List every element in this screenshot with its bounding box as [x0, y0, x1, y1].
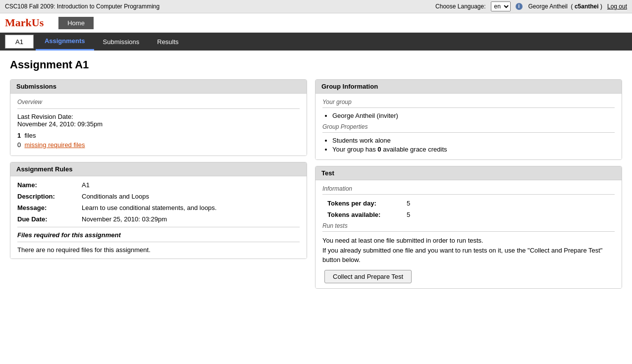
last-revision-date: November 24, 2010: 09:35pm [17, 120, 103, 128]
files-count-row: 1 files [17, 132, 300, 139]
files-required-text: There are no required files for this ass… [17, 246, 300, 254]
message-value: Learn to use conditional statements, and… [82, 204, 300, 211]
your-group-label: Your group [322, 99, 615, 105]
logout-link[interactable]: Log out [607, 3, 627, 10]
group-member-list: George Antheil (inviter) [322, 112, 615, 119]
language-select[interactable]: en fr [491, 1, 511, 11]
missing-count: 0 [17, 141, 21, 149]
name-value: A1 [82, 181, 300, 189]
files-required-divider [17, 227, 300, 227]
logo-m: M [5, 16, 15, 29]
name-label: Name: [17, 181, 82, 189]
tab-submissions[interactable]: Submissions [94, 33, 149, 51]
last-revision-label: Last Revision Date: [17, 113, 73, 120]
nav-bar: A1 Assignments Submissions Results [0, 33, 632, 51]
list-item: Your group has 0 available grace credits [332, 146, 615, 153]
grace-credits-count: 0 [377, 146, 381, 153]
files-required-header: Files required for this assignment [17, 231, 300, 239]
info-icon: i [516, 3, 523, 10]
group-information-panel: Group Information Your group George Anth… [315, 79, 622, 160]
name-row: Name: A1 [17, 181, 300, 189]
last-revision-row: Last Revision Date: November 24, 2010: 0… [17, 113, 300, 128]
left-column: Submissions Overview Last Revision Date:… [10, 79, 307, 259]
files-label: files [24, 132, 36, 139]
test-panel-body: Information Tokens per day: 5 Tokens ava… [316, 180, 622, 288]
member-name: George Antheil (inviter) [332, 112, 398, 119]
description-value: Conditionals and Loops [82, 193, 300, 200]
header: MarkUs Home [0, 13, 632, 33]
assignment-rules-header: Assignment Rules [10, 162, 307, 176]
assignment-label: A1 [5, 35, 34, 49]
top-bar-right: Choose Language: en fr i George Antheil … [435, 1, 627, 11]
list-item: Students work alone [332, 137, 615, 144]
home-button[interactable]: Home [58, 17, 94, 29]
files-count: 1 [17, 132, 21, 139]
tab-results[interactable]: Results [148, 33, 187, 51]
overview-label: Overview [17, 99, 300, 105]
files-required-divider2 [17, 242, 300, 242]
logo: MarkUs [5, 16, 44, 29]
group-information-body: Your group George Antheil (inviter) Grou… [316, 94, 622, 159]
overview-divider [17, 108, 300, 109]
tokens-available-value: 5 [407, 211, 410, 218]
tokens-available-row: Tokens available: 5 [322, 211, 615, 218]
your-group-divider [322, 107, 615, 108]
message-row: Message: Learn to use conditional statem… [17, 204, 300, 211]
missing-row: 0 missing required files [17, 141, 300, 149]
main-layout: Submissions Overview Last Revision Date:… [10, 79, 622, 289]
right-column: Group Information Your group George Anth… [315, 79, 622, 289]
group-information-header: Group Information [316, 80, 622, 94]
message-label: Message: [17, 204, 82, 211]
information-label: Information [322, 185, 615, 192]
tokens-per-day-row: Tokens per day: 5 [322, 200, 615, 207]
test-panel-header: Test [316, 166, 622, 180]
collect-and-prepare-test-button[interactable]: Collect and Prepare Test [324, 270, 412, 283]
assignment-rules-panel: Assignment Rules Name: A1 Description: C… [10, 162, 307, 259]
list-item: George Antheil (inviter) [332, 112, 615, 119]
language-label: Choose Language: [435, 3, 485, 10]
run-tests-text: You need at least one file submitted in … [322, 236, 615, 265]
tokens-available-label: Tokens available: [327, 211, 407, 218]
tab-assignments[interactable]: Assignments [36, 33, 94, 51]
tokens-per-day-value: 5 [407, 200, 410, 207]
group-properties-list: Students work alone Your group has 0 ava… [322, 137, 615, 153]
test-panel: Test Information Tokens per day: 5 Token… [315, 166, 622, 289]
information-divider [322, 194, 615, 195]
due-date-label: Due Date: [17, 215, 82, 223]
assignment-rules-body: Name: A1 Description: Conditionals and L… [10, 176, 307, 259]
due-date-row: Due Date: November 25, 2010: 03:29pm [17, 215, 300, 223]
group-properties-divider [322, 132, 615, 133]
missing-required-files-link[interactable]: missing required files [24, 141, 85, 149]
run-tests-label: Run tests [322, 222, 615, 229]
top-bar: CSC108 Fall 2009: Introduction to Comput… [0, 0, 632, 13]
submissions-panel-body: Overview Last Revision Date: November 24… [10, 94, 307, 156]
run-tests-divider [322, 231, 615, 232]
tokens-per-day-label: Tokens per day: [327, 200, 407, 207]
submissions-panel: Submissions Overview Last Revision Date:… [10, 79, 307, 156]
group-properties-label: Group Properties [322, 123, 615, 130]
page-content: Assignment A1 Submissions Overview Last … [0, 51, 632, 297]
course-title: CSC108 Fall 2009: Introduction to Comput… [5, 3, 159, 10]
logo-text: arkUs [15, 16, 44, 29]
page-title: Assignment A1 [10, 58, 622, 71]
description-label: Description: [17, 193, 82, 200]
due-date-value: November 25, 2010: 03:29pm [82, 215, 300, 223]
user-display: George Antheil ( c5anthei ) [528, 3, 602, 10]
description-row: Description: Conditionals and Loops [17, 193, 300, 200]
submissions-panel-header: Submissions [10, 80, 307, 94]
